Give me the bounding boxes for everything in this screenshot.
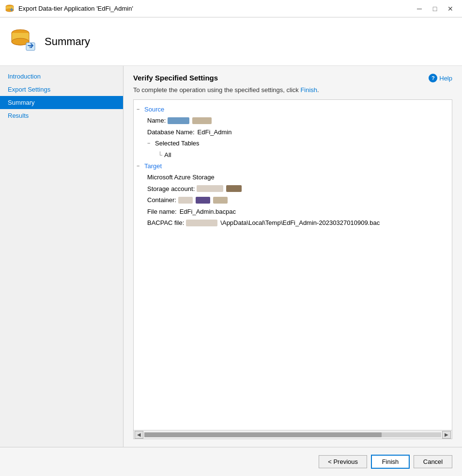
- target-expand-icon: −: [137, 161, 143, 171]
- finish-button[interactable]: Finish: [371, 455, 410, 469]
- tree-selected-tables-row: − Selected Tables: [147, 138, 449, 149]
- tree-container-row: Container:: [147, 194, 449, 206]
- tree-bacpac-row: BACPAC file: \AppData\Local\Temp\EdFi_Ad…: [147, 217, 449, 228]
- database-name-label: Database Name:: [147, 127, 195, 138]
- tree-name-row: Name:: [147, 115, 449, 126]
- content-spacer: [123, 439, 462, 447]
- close-button[interactable]: ✕: [444, 3, 457, 15]
- footer: < Previous Finish Cancel: [0, 447, 462, 476]
- section-title: Verify Specified Settings: [133, 74, 218, 82]
- azure-label: Microsoft Azure Storage: [147, 172, 215, 183]
- storage-account-val2: [226, 185, 242, 192]
- tree-tables-children: └ All: [147, 149, 449, 160]
- selected-tables-label: Selected Tables: [155, 138, 200, 149]
- file-name-value: EdFi_Admin.bacpac: [180, 206, 236, 217]
- tree-all-row: └ All: [158, 149, 449, 160]
- tree-view: − Source Name: Data: [137, 104, 449, 228]
- title-bar-left: Export Data-tier Application 'EdFi_Admin…: [5, 4, 133, 14]
- all-prefix: └: [158, 149, 162, 160]
- source-expand-icon: −: [137, 105, 143, 114]
- settings-scroll[interactable]: − Source Name: Data: [134, 100, 452, 430]
- source-label: Source: [144, 104, 164, 115]
- page-title: Summary: [45, 35, 90, 48]
- scroll-left-button[interactable]: ◀: [135, 431, 143, 439]
- database-name-value: EdFi_Admin: [198, 127, 232, 138]
- name-value-2: [192, 117, 212, 124]
- main-window: ≡ Summary Introduction Export Settings S…: [0, 17, 462, 476]
- sidebar: Introduction Export Settings Summary Res…: [0, 66, 123, 447]
- name-label: Name:: [147, 115, 166, 126]
- previous-button[interactable]: < Previous: [319, 455, 367, 468]
- tree-target-row: − Target: [137, 160, 449, 172]
- tree-source-children: Name: Database Name: EdFi_Admin: [137, 115, 449, 160]
- content-area: Verify Specified Settings ? Help To comp…: [123, 66, 462, 447]
- title-bar-controls: ─ □ ✕: [413, 3, 457, 15]
- content-header: Verify Specified Settings ? Help: [123, 66, 462, 86]
- horizontal-scrollbar[interactable]: ◀ ▶: [134, 430, 452, 439]
- export-icon: ≡: [10, 28, 37, 55]
- bacpac-label: BACPAC file:: [147, 217, 184, 228]
- container-label: Container:: [147, 194, 176, 206]
- header: ≡ Summary: [0, 17, 462, 66]
- file-name-label: File name:: [147, 206, 177, 217]
- title-bar: Export Data-tier Application 'EdFi_Admin…: [0, 0, 462, 17]
- tree-filename-row: File name: EdFi_Admin.bacpac: [147, 206, 449, 217]
- maximize-button[interactable]: □: [428, 3, 442, 15]
- target-label: Target: [144, 160, 162, 172]
- content-subtitle: To complete the operation using the spec…: [123, 86, 462, 99]
- sidebar-item-introduction[interactable]: Introduction: [0, 70, 123, 83]
- help-icon: ?: [429, 74, 437, 82]
- tables-expand-icon: −: [147, 139, 154, 148]
- container-val2: [196, 197, 210, 204]
- header-icon: ≡: [10, 28, 37, 55]
- help-link[interactable]: ? Help: [429, 74, 452, 82]
- scroll-track[interactable]: [144, 432, 441, 437]
- sidebar-item-summary[interactable]: Summary: [0, 96, 123, 109]
- container-val3: [213, 197, 228, 204]
- tree-azure-row: Microsoft Azure Storage: [147, 172, 449, 183]
- cancel-button[interactable]: Cancel: [414, 455, 452, 468]
- bacpac-val1: [186, 220, 217, 226]
- storage-account-label: Storage account:: [147, 183, 195, 194]
- all-label: All: [164, 149, 171, 160]
- finish-link[interactable]: Finish: [300, 86, 317, 94]
- tree-storage-account-row: Storage account:: [147, 183, 449, 194]
- sidebar-item-results[interactable]: Results: [0, 109, 123, 122]
- body: Introduction Export Settings Summary Res…: [0, 66, 462, 447]
- container-val1: [178, 197, 193, 204]
- sidebar-item-export-settings[interactable]: Export Settings: [0, 83, 123, 96]
- minimize-button[interactable]: ─: [413, 3, 426, 15]
- tree-target-children: Microsoft Azure Storage Storage account:…: [137, 172, 449, 228]
- name-value-1: [168, 117, 189, 124]
- tree-dbname-row: Database Name: EdFi_Admin: [147, 127, 449, 138]
- app-icon: [5, 4, 15, 14]
- bacpac-path: \AppData\Local\Temp\EdFi_Admin-202303270…: [220, 217, 380, 228]
- tree-source-row: − Source: [137, 104, 449, 115]
- settings-box: − Source Name: Data: [133, 99, 452, 439]
- title-bar-title: Export Data-tier Application 'EdFi_Admin…: [18, 5, 133, 12]
- storage-account-val1: [197, 185, 223, 192]
- scroll-right-button[interactable]: ▶: [442, 431, 451, 439]
- scroll-thumb: [144, 432, 382, 437]
